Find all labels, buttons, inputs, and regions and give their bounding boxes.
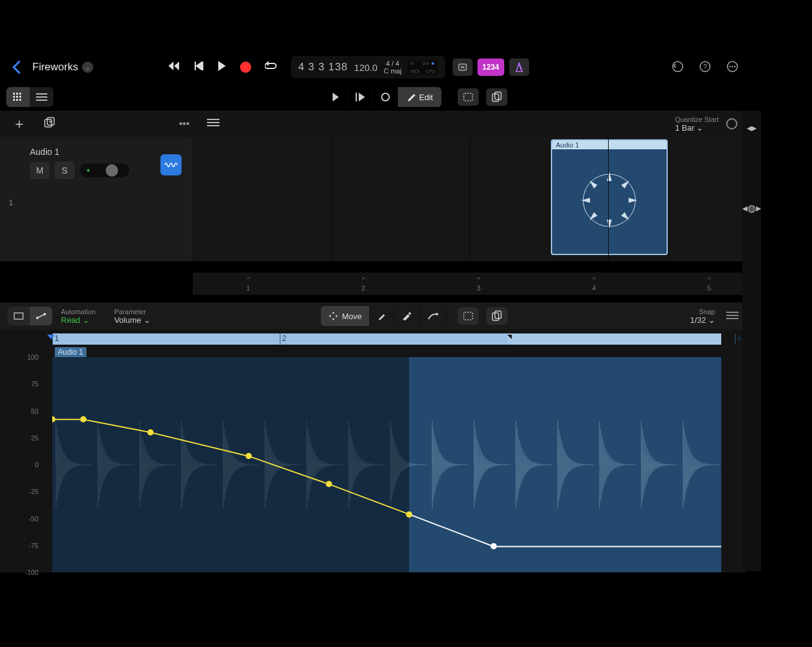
scene-cell[interactable]: ⌃1 [193, 272, 303, 295]
mute-button[interactable]: M [30, 162, 50, 179]
copy-tool-button[interactable] [486, 88, 507, 106]
svg-rect-9 [13, 93, 15, 95]
region-inspector-button[interactable]: R [207, 118, 219, 129]
scene-row[interactable]: ⌃1⌃2⌃3⌃4⌃5 [193, 272, 746, 295]
svg-rect-34 [14, 313, 23, 319]
automation-point[interactable] [406, 511, 412, 518]
record-button[interactable] [240, 62, 251, 73]
auto-view-region-button[interactable] [7, 307, 30, 325]
automation-ruler[interactable]: 124 [52, 333, 721, 345]
edit-mode-button[interactable]: Edit [398, 87, 441, 107]
auto-brush-tool[interactable] [394, 306, 420, 326]
cycle-end-marker-icon[interactable] [507, 335, 512, 339]
lcd-position: 4 3 3 138 [298, 61, 348, 73]
scene-cell[interactable]: ⌃2 [308, 272, 418, 295]
automation-point[interactable] [147, 429, 154, 435]
move-label: Move [342, 312, 362, 321]
rewind-button[interactable] [168, 62, 180, 73]
volume-knob[interactable] [106, 164, 118, 177]
add-track-button[interactable]: ＋ [12, 114, 26, 133]
volume-slider[interactable] [80, 164, 129, 177]
lcd-display[interactable]: 4 3 3 138 120.0 4 / 4 C maj In Out MIDI … [291, 56, 445, 78]
pencil-icon [407, 93, 415, 101]
meter-midi-label: MIDI [410, 69, 420, 73]
svg-point-22 [382, 93, 389, 101]
svg-rect-13 [16, 96, 18, 98]
automation-scale: 1007550250-25-50-75-100 [0, 357, 44, 572]
svg-rect-17 [19, 99, 21, 101]
automation-region-title: Audio 1 [55, 347, 86, 357]
view-list-button[interactable] [30, 87, 53, 107]
cycle-button[interactable] [265, 62, 277, 73]
more-menu-icon[interactable] [726, 60, 740, 74]
side-nav-icon[interactable]: ◂◍▸ [742, 202, 761, 214]
svg-rect-10 [16, 93, 18, 95]
preview-record-button[interactable] [373, 87, 398, 107]
meter-in-label: In [410, 61, 414, 65]
auto-move-tool[interactable]: Move [321, 306, 370, 326]
automation-editor[interactable]: 124 Audio 1 1007550250-25-50-75-100 [0, 330, 746, 572]
ruler-mark: 2 [282, 334, 287, 343]
scale-tick: -25 [29, 488, 39, 495]
duplicate-track-button[interactable]: + [44, 117, 55, 131]
loop-toggle[interactable] [726, 118, 737, 129]
selection-tool-button[interactable] [458, 88, 479, 106]
view-grid-button[interactable] [6, 87, 30, 107]
scene-cell[interactable]: ⌃4 [538, 272, 649, 295]
scale-tick: 25 [31, 434, 39, 442]
count-in-button[interactable]: 1234 [478, 58, 504, 76]
signal-led-icon [87, 169, 90, 172]
automation-parameter-control[interactable]: Parameter Volume ⌄ [114, 308, 150, 325]
track-type-icon[interactable] [160, 154, 182, 175]
scale-tick: 0 [35, 461, 39, 468]
preview-play-button[interactable] [323, 87, 348, 107]
track-options-icon[interactable]: ••• [179, 118, 190, 129]
auto-view-curve-button[interactable] [30, 307, 52, 325]
back-button[interactable] [7, 58, 25, 76]
auto-select-tool[interactable] [458, 307, 479, 325]
playhead-marker-icon[interactable] [47, 335, 55, 339]
ruler-mark: 4 [737, 334, 742, 343]
automation-lane[interactable] [52, 357, 721, 572]
meter-out-label: Out [422, 61, 429, 65]
help-icon[interactable]: ? [699, 60, 713, 74]
track-name[interactable]: Audio 1 [30, 147, 59, 157]
arrange-timeline[interactable]: Audio 1 [193, 137, 746, 261]
scale-tick: 50 [31, 407, 39, 415]
auto-pencil-tool[interactable] [370, 306, 394, 326]
automation-curve[interactable] [52, 357, 721, 572]
svg-line-37 [37, 314, 45, 318]
track-header[interactable]: Audio 1 M S 1 [0, 137, 193, 261]
scale-tick: 100 [27, 353, 39, 361]
automation-mode-control[interactable]: Automation Read ⌄ [61, 308, 96, 325]
solo-button[interactable]: S [55, 162, 75, 179]
metronome-button[interactable] [509, 58, 529, 76]
edit-label: Edit [419, 93, 433, 102]
audio-region[interactable]: Audio 1 [551, 139, 668, 255]
quantize-control[interactable]: Quantize Start 1 Bar ⌄ [675, 116, 719, 133]
auto-curve-tool[interactable] [420, 306, 446, 326]
svg-point-8 [734, 66, 736, 67]
preview-play-from-button[interactable] [348, 87, 373, 107]
tuner-button[interactable] [453, 58, 473, 76]
undo-history-icon[interactable] [671, 60, 685, 74]
svg-text:+: + [48, 118, 52, 125]
automation-point[interactable] [326, 481, 332, 487]
svg-rect-11 [19, 93, 21, 95]
go-to-start-button[interactable] [194, 62, 204, 73]
automation-parameter-value: Volume [114, 315, 141, 325]
auto-copy-tool[interactable] [486, 307, 507, 325]
project-menu-chevron-icon[interactable]: ⌄ [82, 62, 93, 73]
lcd-timesig: 4 / 4 [384, 60, 402, 67]
project-title[interactable]: Fireworks [32, 61, 78, 73]
play-button[interactable] [218, 61, 226, 73]
scene-cell[interactable]: ⌃3 [423, 272, 534, 295]
svg-point-7 [732, 66, 733, 67]
quantize-label: Quantize Start [675, 116, 719, 123]
auto-list-icon[interactable] [726, 310, 739, 322]
side-expand-icon[interactable]: ◂▸ [747, 122, 757, 134]
svg-rect-42 [495, 311, 501, 319]
snap-control[interactable]: Snap 1/32 ⌄ [690, 308, 715, 325]
svg-rect-41 [492, 313, 499, 320]
automation-point[interactable] [246, 453, 252, 459]
